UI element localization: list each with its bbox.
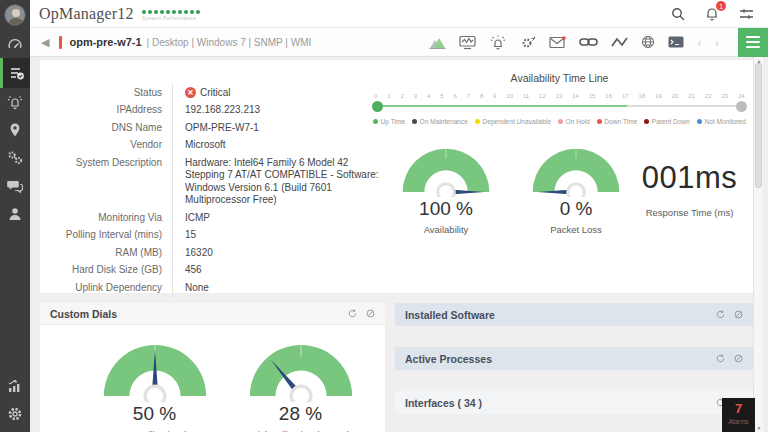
notifications-bell-icon[interactable]: 1: [705, 6, 719, 21]
legend-item: On Maintenance: [412, 118, 468, 125]
critical-status-icon: ✕: [185, 87, 196, 98]
link-small-icon[interactable]: [734, 354, 743, 363]
top-header: OpManager12 System Performance 1: [30, 0, 768, 28]
legend-dot: [644, 119, 649, 124]
sidebar: [0, 0, 30, 432]
right-panels: Installed Software Active Processes Inte…: [395, 303, 753, 432]
app-tagline: System Performance: [142, 15, 200, 21]
packet-loss-label: Packet Loss: [550, 224, 602, 235]
detail-row-ram: RAM (MB) 16320: [54, 244, 384, 262]
notification-badge: 1: [716, 1, 726, 11]
alarm-bell-ring-icon[interactable]: [489, 35, 507, 50]
search-icon[interactable]: [671, 7, 685, 21]
timeline-tick: 20: [672, 93, 679, 99]
timeline-tick: 11: [523, 93, 529, 99]
installed-software-panel[interactable]: Installed Software: [395, 303, 753, 326]
timeline-tick: 18: [639, 93, 646, 99]
device-details: Status ✕Critical IPAddress 192.168.223.2…: [54, 84, 384, 297]
response-time-label: Response Time (ms): [646, 207, 734, 218]
pulse-line-icon[interactable]: [611, 36, 628, 48]
sidebar-item-maps[interactable]: [0, 116, 30, 144]
back-chevron-icon[interactable]: ◀: [41, 36, 49, 49]
timeline-tick: 7: [467, 93, 470, 99]
monitoring-value: ICMP: [172, 209, 384, 227]
legend-dot: [558, 119, 563, 124]
terminal-icon[interactable]: [668, 36, 684, 48]
logo-dots-block: System Performance: [142, 10, 200, 21]
packet-loss-value: 0 %: [560, 198, 593, 220]
header-actions: 1: [671, 6, 754, 21]
timeline-tick: 0: [374, 93, 377, 99]
link-small-icon[interactable]: [366, 309, 375, 318]
settings-sliders-icon[interactable]: [739, 7, 754, 21]
timeline-tick: 1: [387, 93, 390, 99]
menu-button[interactable]: [738, 28, 768, 57]
scrollbar-thumb[interactable]: [755, 63, 762, 188]
timeline-legend: Up TimeOn MaintenanceDependent Unavailab…: [372, 118, 747, 125]
device-name[interactable]: opm-pre-w7-1: [69, 36, 141, 48]
chevron-left-icon[interactable]: ‹: [697, 35, 701, 50]
user-icon: [7, 206, 23, 222]
globe-icon[interactable]: [641, 35, 655, 49]
location-pin-icon: [7, 122, 23, 138]
timeline-tick: 13: [556, 93, 563, 99]
timeline-title: Availability Time Line: [372, 72, 747, 84]
chat-bubbles-icon: [7, 178, 23, 194]
response-time-block: 001ms Response Time (ms): [632, 142, 747, 235]
timeline-tick: 4: [427, 93, 430, 99]
user-avatar[interactable]: [0, 0, 30, 30]
main-content: Status ✕Critical IPAddress 192.168.223.2…: [30, 57, 768, 432]
sidebar-item-workflow[interactable]: [0, 144, 30, 172]
disk-gauge: 28 % Disk Utilization (SNMP): [235, 337, 367, 432]
scroll-down-icon[interactable]: ▼: [754, 425, 764, 431]
refresh-icon[interactable]: [348, 309, 357, 318]
uplink-value: None: [172, 279, 384, 297]
timeline-tick: 9: [493, 93, 496, 99]
link-small-icon[interactable]: [734, 310, 743, 319]
refresh-icon[interactable]: [716, 354, 725, 363]
refresh-icon[interactable]: [716, 310, 725, 319]
sidebar-item-dashboard[interactable]: [0, 30, 30, 58]
packet-loss-gauge: 0 % Packet Loss: [520, 142, 632, 235]
detail-row-disk: Hard Disk Size (GB) 456: [54, 262, 384, 280]
detail-row-monitoring: Monitoring Via ICMP: [54, 209, 384, 227]
sidebar-item-inventory[interactable]: [0, 58, 30, 88]
active-processes-panel[interactable]: Active Processes: [395, 347, 753, 370]
alarms-badge[interactable]: 7 Alarms: [722, 398, 755, 432]
area-chart-icon[interactable]: [429, 35, 446, 49]
sidebar-item-support[interactable]: [0, 172, 30, 200]
speedometer-icon: [7, 36, 23, 52]
link-icon[interactable]: [579, 36, 598, 48]
legend-item: Parent Down: [644, 118, 690, 125]
timeline-line: [377, 105, 742, 107]
sidebar-item-settings[interactable]: [0, 400, 30, 428]
chevron-right-icon[interactable]: ›: [715, 35, 719, 50]
ram-value: 16320: [172, 244, 384, 262]
status-value: Critical: [200, 87, 231, 100]
vertical-scrollbar[interactable]: ▲ ▼: [753, 57, 763, 432]
detail-row-polling: Polling Interval (mins) 15: [54, 227, 384, 245]
monitor-graph-icon[interactable]: [459, 35, 476, 50]
detail-row-ip: IPAddress 192.168.223.213: [54, 102, 384, 120]
gear-sync-icon[interactable]: [520, 35, 536, 50]
legend-item: Down Time: [597, 118, 637, 125]
interfaces-panel[interactable]: Interfaces ( 34 ): [395, 391, 753, 414]
timeline-tick: 5: [440, 93, 443, 99]
custom-dials-header[interactable]: Custom Dials: [40, 303, 385, 325]
gauges-row: 100 % Availability 0 % Packet Loss 001ms: [372, 142, 747, 235]
disk-util-value: 28 %: [279, 403, 322, 425]
sidebar-item-reports[interactable]: [0, 372, 30, 400]
timeline-tick: 2: [400, 93, 403, 99]
sysdesc-value: Hardware: Intel64 Family 6 Model 42 Step…: [172, 154, 384, 209]
alarms-count: 7: [735, 401, 742, 416]
timeline-tick: 24: [738, 93, 745, 99]
app-logo[interactable]: OpManager12: [39, 5, 134, 23]
sidebar-item-users[interactable]: [0, 200, 30, 228]
timeline-track[interactable]: [372, 101, 747, 112]
detail-row-vendor: Vendor Microsoft: [54, 137, 384, 155]
mail-icon[interactable]: [549, 36, 566, 49]
timeline-tick: 22: [705, 93, 712, 99]
legend-dot: [475, 119, 480, 124]
sidebar-item-alarms[interactable]: [0, 88, 30, 116]
legend-dot: [597, 119, 602, 124]
